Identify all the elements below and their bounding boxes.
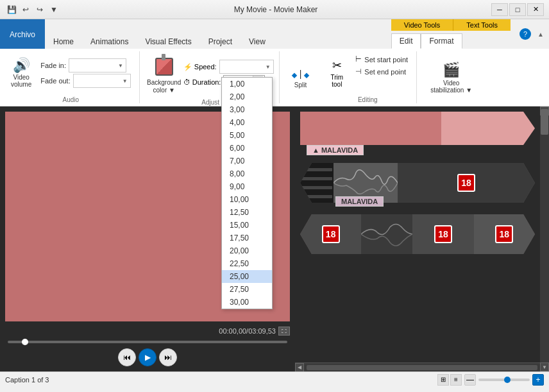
prev-frame-button[interactable]: ⏮ (118, 348, 136, 366)
dropdown-item-2000[interactable]: 20,00 (222, 244, 272, 257)
waveform-area-2 (361, 214, 412, 254)
split-button[interactable]: ⬥|⬥ Split (285, 58, 317, 97)
timeline-scrollbar[interactable]: ▲ ▼ (540, 107, 549, 371)
horizontal-scrollbar[interactable]: ◀ ▶ (295, 362, 549, 371)
dropdown-item-2500[interactable]: 25,00 (222, 270, 272, 283)
tab-view[interactable]: View (241, 33, 274, 49)
zoom-in-button[interactable]: + (532, 374, 544, 386)
fade-in-select[interactable]: ▼ (69, 58, 126, 72)
zoom-out-button[interactable]: — (464, 374, 476, 386)
zoom-slider[interactable] (478, 379, 530, 381)
timeline-3-content: 18 18 (300, 214, 535, 254)
split-section: ⬥|⬥ Split (285, 51, 317, 103)
timeline-row-1: ▲ MALAVIDA (300, 112, 535, 158)
maximize-button[interactable]: □ (509, 3, 526, 16)
tool-sub-tabs: Edit Format (391, 31, 511, 49)
dropdown-item-1250[interactable]: 12,50 (222, 206, 272, 219)
timeline-item-3[interactable]: 18 18 (300, 214, 535, 254)
dropdown-item-4[interactable]: 4,00 (222, 116, 272, 129)
ribbon-collapse-button[interactable]: ▲ (535, 28, 546, 40)
close-button[interactable]: ✕ (527, 3, 544, 16)
timeline-view-button[interactable]: ≡ (450, 374, 462, 386)
standard-tabs: Home Animations Visual Effects Project V… (45, 31, 274, 49)
window-title: My Movie - Movie Maker (60, 5, 491, 14)
video-stabilization-button[interactable]: 🎬 Videostabilization ▼ (427, 58, 475, 97)
game-badges-row: 18 (398, 163, 535, 203)
tab-home[interactable]: Home (45, 33, 82, 49)
game-thumb-3: 18 (412, 214, 473, 254)
speed-select[interactable]: ▼ (219, 60, 274, 74)
trim-tool-button[interactable]: ✂ Trimtool (324, 54, 350, 92)
film-hole (301, 177, 332, 180)
window-controls[interactable]: ─ □ ✕ (491, 3, 544, 16)
h-scroll-track[interactable] (307, 365, 537, 370)
fade-in-label: Fade in: (40, 62, 66, 69)
speed-label: ⚡ Speed: (183, 63, 217, 71)
dropdown-item-8[interactable]: 8,00 (222, 167, 272, 180)
dropdown-item-1[interactable]: 1,00 (222, 78, 272, 90)
stabilization-label: Videostabilization ▼ (430, 80, 472, 94)
help-button[interactable]: ? (519, 28, 531, 40)
next-frame-button[interactable]: ⏭ (159, 348, 177, 366)
scroll-thumb[interactable] (541, 109, 548, 135)
dropdown-item-7[interactable]: 7,00 (222, 155, 272, 167)
preview-time-row: 00:00,00/03:09,53 ⛶ (5, 327, 290, 336)
dropdown-item-2[interactable]: 2,00 (222, 90, 272, 103)
film-hole (301, 195, 332, 198)
minimize-button[interactable]: ─ (491, 3, 508, 16)
dropdown-item-5[interactable]: 5,00 (222, 129, 272, 142)
dropdown-item-10[interactable]: 10,00 (222, 193, 272, 206)
expand-button[interactable]: ⛶ (278, 327, 290, 336)
caption-status: Caption 1 of 3 (5, 376, 49, 384)
undo-icon[interactable]: ↩ (19, 3, 32, 16)
preview-progress-slider[interactable] (8, 341, 287, 343)
fade-out-control[interactable]: Fade out: ▼ (37, 74, 133, 88)
tab-visual-effects[interactable]: Visual Effects (137, 33, 199, 49)
scroll-left-button[interactable]: ◀ (295, 363, 304, 372)
timeline-item-banner[interactable] (300, 112, 535, 145)
tool-tabs-area: Archivo Home Animations Visual Effects P… (0, 19, 549, 49)
storyboard-view-button[interactable]: ⊞ (437, 374, 449, 386)
save-icon[interactable]: 💾 (5, 3, 18, 16)
set-end-icon: ⊣ (355, 67, 362, 76)
fade-out-select[interactable]: ▼ (73, 74, 131, 88)
dropdown-item-2750[interactable]: 27,50 (222, 283, 272, 296)
dropdown-item-6[interactable]: 6,00 (222, 142, 272, 155)
tab-edit[interactable]: Edit (391, 33, 421, 49)
tab-format[interactable]: Format (421, 33, 462, 49)
scroll-down-button[interactable]: ▼ (540, 362, 549, 371)
dropdown-item-9[interactable]: 9,00 (222, 180, 272, 193)
trim-label: Trimtool (330, 74, 343, 88)
game-badge-2: 18 (322, 225, 340, 243)
fade-controls: Fade in: ▼ Fade out: ▼ (37, 58, 133, 88)
play-button[interactable]: ▶ (139, 348, 156, 366)
tool-group-container: Video Tools Text Tools Edit Format (391, 19, 511, 49)
dropdown-item-3[interactable]: 3,00 (222, 103, 272, 116)
video-tools-label: Video Tools (391, 19, 453, 31)
dropdown-item-3000[interactable]: 30,00 (222, 296, 272, 309)
fade-out-arrow: ▼ (122, 78, 128, 84)
tab-project[interactable]: Project (200, 33, 241, 49)
dropdown-item-1750[interactable]: 17,50 (222, 232, 272, 244)
quick-access-arrow[interactable]: ▼ (47, 3, 60, 16)
progress-thumb (22, 339, 28, 345)
ribbon: 🔊 Videovolume Fade in: ▼ Fade out: ▼ (0, 49, 549, 107)
video-volume-button[interactable]: 🔊 Videovolume (8, 53, 35, 93)
redo-icon[interactable]: ↪ (33, 3, 46, 16)
set-end-point-button[interactable]: ⊣ Set end point (352, 66, 411, 77)
set-start-point-button[interactable]: ⊢ Set start point (352, 54, 411, 65)
dropdown-item-1500[interactable]: 15,00 (222, 219, 272, 232)
background-color-button[interactable]: Backgroundcolor ▼ (148, 51, 181, 98)
audio-controls: 🔊 Videovolume Fade in: ▼ Fade out: ▼ (8, 51, 134, 95)
tab-archivo[interactable]: Archivo (0, 19, 45, 49)
volume-icon: 🔊 (13, 58, 30, 72)
quick-access-toolbar[interactable]: 💾 ↩ ↪ ▼ (5, 3, 60, 16)
dropdown-item-2250[interactable]: 22,50 (222, 257, 272, 270)
duration-dropdown: 1,00 2,00 3,00 4,00 5,00 6,00 7,00 8,00 … (221, 77, 273, 309)
set-start-label: Set start point (364, 56, 408, 64)
tab-animations[interactable]: Animations (82, 33, 137, 49)
bg-color-icon (152, 55, 176, 79)
progress-slider-row (5, 341, 290, 343)
ribbon-controls[interactable]: ? ▲ (519, 28, 546, 40)
fade-in-control[interactable]: Fade in: ▼ (37, 58, 133, 72)
